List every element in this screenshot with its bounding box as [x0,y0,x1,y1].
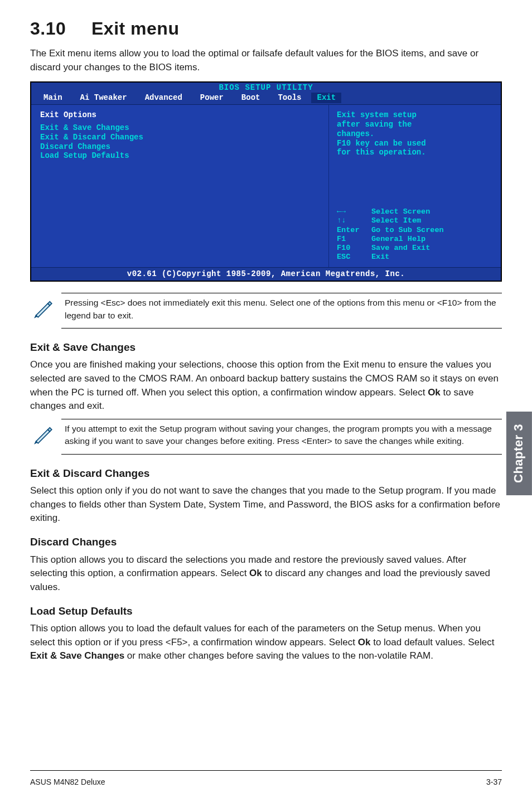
heading-exit-save: Exit & Save Changes [30,340,502,355]
bios-key: ↑↓ [337,216,367,225]
bios-left-pane: Exit Options Exit & Save Changes Exit & … [31,105,328,267]
bold-ok: Ok [428,387,441,398]
bios-help-line: changes. [337,129,493,139]
bios-tab-aitweaker[interactable]: Ai Tweaker [71,93,136,103]
bios-tab-boot[interactable]: Boot [233,93,269,103]
note-block-1: Pressing <Esc> does not immediately exit… [61,293,502,328]
body-load-defaults: This option allows you to load the defau… [30,622,502,663]
bios-utility-title: BIOS SETUP UTILITY [31,83,501,93]
bios-key: ←→ [337,207,367,216]
bios-key: Enter [337,226,367,235]
bold-ok: Ok [249,568,262,578]
text-span: to load default values. Select [370,637,494,648]
note-block-2: If you attempt to exit the Setup program… [61,419,502,455]
bios-exit-options-header: Exit Options [40,110,320,120]
bios-key-desc: Go to Sub Screen [371,226,444,235]
bios-menu-items: Exit & Save Changes Exit & Discard Chang… [40,123,320,161]
chapter-side-tab: Chapter 3 [506,412,532,495]
bios-item-discard[interactable]: Discard Changes [40,142,320,152]
bios-body: Exit Options Exit & Save Changes Exit & … [31,104,501,267]
bios-key-desc: Select Item [371,216,421,225]
bios-key-row: ↑↓Select Item [337,216,493,225]
heading-exit-discard: Exit & Discard Changes [30,466,502,481]
bios-help-line: after saving the [337,120,493,129]
note-text-2: If you attempt to exit the Setup program… [65,423,500,448]
page-heading: 3.10Exit menu [30,16,502,41]
note-text-1: Pressing <Esc> does not immediately exit… [65,297,500,322]
bios-key-row: ←→Select Screen [337,207,493,216]
section-title: Exit menu [91,18,179,38]
bios-item-exit-discard[interactable]: Exit & Discard Changes [40,133,320,142]
bios-tab-main[interactable]: Main [35,93,71,103]
bios-item-exit-save[interactable]: Exit & Save Changes [40,123,320,133]
intro-text: The Exit menu items allow you to load th… [30,47,502,74]
bios-key-desc: Save and Exit [371,244,430,253]
bios-tab-advanced[interactable]: Advanced [136,93,191,103]
bios-tab-bar: Main Ai Tweaker Advanced Power Boot Tool… [31,93,501,104]
bios-copyright-footer: v02.61 (C)Copyright 1985-2009, American … [31,267,501,281]
bios-key-desc: General Help [371,235,425,244]
text-span: or make other changes before saving the … [124,650,433,661]
bios-item-load-defaults[interactable]: Load Setup Defaults [40,151,320,161]
page-footer: ASUS M4N82 Deluxe 3-37 [30,770,502,787]
heading-discard-changes: Discard Changes [30,534,502,550]
bios-key-row: ESCExit [337,253,493,262]
section-number: 3.10 [30,16,91,41]
bold-exit-save: Exit & Save Changes [30,650,124,661]
bios-key: F10 [337,244,367,253]
body-exit-save: Once you are finished making your select… [30,358,502,413]
footer-page-num: 3-37 [486,776,502,787]
heading-load-defaults: Load Setup Defaults [30,603,502,619]
bios-key: ESC [337,253,367,262]
note-pencil-icon [31,297,55,325]
bios-key-desc: Exit [371,253,389,262]
bios-key-desc: Select Screen [371,207,430,216]
bios-tab-exit[interactable]: Exit [311,93,341,103]
body-discard-changes: This option allows you to discard the se… [30,553,502,595]
bios-key-row: F10Save and Exit [337,244,493,253]
bios-key-help: ←→Select Screen ↑↓Select Item EnterGo to… [337,207,493,262]
bios-key-row: EnterGo to Sub Screen [337,226,493,235]
bios-tab-tools[interactable]: Tools [269,93,310,103]
bios-key: F1 [337,235,367,244]
bios-screenshot: BIOS SETUP UTILITY Main Ai Tweaker Advan… [30,81,502,282]
bios-help-text: Exit system setup after saving the chang… [337,110,493,157]
body-exit-discard: Select this option only if you do not wa… [30,484,502,525]
bold-ok: Ok [358,637,371,648]
bios-help-line: for this operation. [337,148,493,157]
bios-right-pane: Exit system setup after saving the chang… [328,105,501,267]
note-pencil-icon [31,423,55,451]
bios-help-line: Exit system setup [337,110,493,120]
bios-tab-power[interactable]: Power [191,93,233,103]
footer-product: ASUS M4N82 Deluxe [30,776,105,787]
bios-help-line: F10 key can be used [337,139,493,148]
bios-key-row: F1General Help [337,235,493,244]
